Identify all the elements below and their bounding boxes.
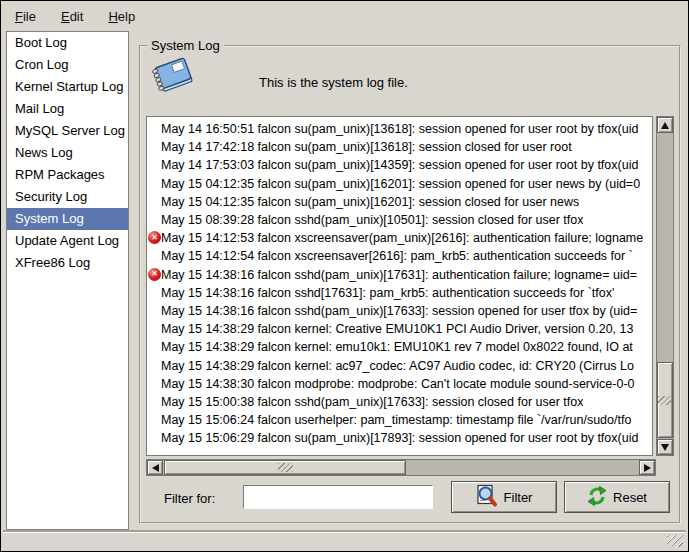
log-line: May 15 14:38:29 falcon kernel: Creative … xyxy=(147,320,652,338)
sidebar-item-security-log[interactable]: Security Log xyxy=(7,186,128,208)
sidebar-item-kernel-startup-log[interactable]: Kernel Startup Log xyxy=(7,76,128,98)
thumb-grip xyxy=(658,396,672,405)
filter-label: Filter for: xyxy=(164,491,215,506)
log-line: May 15 04:12:35 falcon su(pam_unix)[1620… xyxy=(147,193,652,211)
log-line: May 15 08:39:28 falcon sshd(pam_unix)[10… xyxy=(147,211,652,229)
log-line-text: May 15 14:38:29 falcon kernel: ac97_code… xyxy=(161,359,634,373)
log-line: ✕May 15 14:38:16 falcon sshd(pam_unix)[1… xyxy=(147,266,652,284)
vertical-scroll-thumb[interactable] xyxy=(657,362,673,438)
log-line: May 15 14:38:29 falcon kernel: emu10k1: … xyxy=(147,338,652,356)
log-line-text: May 15 08:39:28 falcon sshd(pam_unix)[10… xyxy=(161,213,583,227)
arrow-right-icon xyxy=(644,464,651,472)
scroll-right-button[interactable] xyxy=(639,460,655,475)
vertical-scrollbar[interactable] xyxy=(656,116,674,456)
log-text-view[interactable]: May 14 16:50:51 falcon su(pam_unix)[1361… xyxy=(146,116,653,456)
log-viewer-window: FileEditHelp Boot LogCron LogKernel Star… xyxy=(0,0,689,552)
log-line: May 14 17:42:18 falcon su(pam_unix)[1361… xyxy=(147,138,652,156)
scroll-down-button[interactable] xyxy=(657,439,673,455)
log-line: May 15 14:38:29 falcon kernel: ac97_code… xyxy=(147,356,652,374)
log-line: May 15 15:06:24 falcon userhelper: pam_t… xyxy=(147,411,652,429)
log-line: May 15 14:12:54 falcon xscreensaver[2616… xyxy=(147,247,652,265)
error-icon: ✕ xyxy=(148,268,161,281)
log-line-text: May 15 15:06:24 falcon userhelper: pam_t… xyxy=(161,413,631,427)
log-line-text: May 15 15:06:29 falcon su(pam_unix)[1789… xyxy=(161,431,638,445)
log-line: ✕May 15 14:12:53 falcon xscreensaver(pam… xyxy=(147,229,652,247)
groupbox-title: System Log xyxy=(147,38,224,53)
log-rows: May 14 16:50:51 falcon su(pam_unix)[1361… xyxy=(147,117,652,447)
arrow-left-icon xyxy=(152,464,159,472)
scroll-up-button[interactable] xyxy=(657,117,673,133)
sidebar-item-rpm-packages[interactable]: RPM Packages xyxy=(7,164,128,186)
log-line: May 15 14:38:16 falcon sshd[17631]: pam_… xyxy=(147,284,652,302)
refresh-arrows-icon xyxy=(587,486,607,509)
log-line-text: May 14 17:53:03 falcon su(pam_unix)[1435… xyxy=(161,158,638,172)
log-line-text: May 15 14:12:53 falcon xscreensaver(pam_… xyxy=(161,231,643,245)
log-line-text: May 15 14:38:16 falcon sshd(pam_unix)[17… xyxy=(161,304,637,318)
horizontal-scrollbar[interactable] xyxy=(146,459,656,476)
filter-button-label: Filter xyxy=(504,490,533,505)
log-line: May 15 15:06:29 falcon su(pam_unix)[1789… xyxy=(147,429,652,447)
log-line-text: May 15 14:38:16 falcon sshd(pam_unix)[17… xyxy=(161,268,637,282)
menu-edit[interactable]: Edit xyxy=(58,7,86,26)
log-description: This is the system log file. xyxy=(259,75,408,90)
sidebar-item-boot-log[interactable]: Boot Log xyxy=(7,32,128,54)
log-line: May 14 16:50:51 falcon su(pam_unix)[1361… xyxy=(147,120,652,138)
log-line-text: May 15 14:38:29 falcon kernel: emu10k1: … xyxy=(161,340,633,354)
filter-button[interactable]: Filter xyxy=(451,481,557,513)
log-line: May 14 17:53:03 falcon su(pam_unix)[1435… xyxy=(147,156,652,174)
log-line-text: May 15 14:38:16 falcon sshd[17631]: pam_… xyxy=(161,286,614,300)
sidebar-item-update-agent-log[interactable]: Update Agent Log xyxy=(7,230,128,252)
log-list-sidebar[interactable]: Boot LogCron LogKernel Startup LogMail L… xyxy=(6,31,129,530)
log-line-text: May 14 16:50:51 falcon su(pam_unix)[1361… xyxy=(161,122,638,136)
log-line-text: May 15 14:12:54 falcon xscreensaver[2616… xyxy=(161,249,633,263)
resize-grip[interactable] xyxy=(667,535,683,547)
log-line-text: May 15 14:38:29 falcon kernel: Creative … xyxy=(161,322,633,336)
status-bar xyxy=(3,532,686,549)
log-line: May 15 04:12:35 falcon su(pam_unix)[1620… xyxy=(147,175,652,193)
menu-file[interactable]: File xyxy=(12,7,39,26)
error-icon: ✕ xyxy=(148,231,161,244)
sidebar-item-cron-log[interactable]: Cron Log xyxy=(7,54,128,76)
log-line-text: May 15 14:38:30 falcon modprobe: modprob… xyxy=(161,377,635,391)
sidebar-item-news-log[interactable]: News Log xyxy=(7,142,128,164)
logbook-icon xyxy=(148,55,196,105)
sidebar-item-xfree86-log[interactable]: XFree86 Log xyxy=(7,252,128,274)
log-line: May 15 14:38:30 falcon modprobe: modprob… xyxy=(147,375,652,393)
scroll-left-button[interactable] xyxy=(147,460,163,475)
log-line: May 15 15:00:38 falcon sshd(pam_unix)[17… xyxy=(147,393,652,411)
thumb-grip xyxy=(278,463,293,472)
sidebar-item-system-log[interactable]: System Log xyxy=(7,208,128,230)
log-line-text: May 15 04:12:35 falcon su(pam_unix)[1620… xyxy=(161,177,640,191)
menu-help[interactable]: Help xyxy=(105,7,138,26)
log-line: May 15 14:38:16 falcon sshd(pam_unix)[17… xyxy=(147,302,652,320)
horizontal-scroll-thumb[interactable] xyxy=(164,460,406,475)
search-magnifier-icon xyxy=(476,484,498,511)
arrow-down-icon xyxy=(661,444,669,451)
arrow-up-icon xyxy=(661,122,669,129)
menubar: FileEditHelp xyxy=(3,3,686,29)
sidebar-item-mysql-server-log[interactable]: MySQL Server Log xyxy=(7,120,128,142)
filter-input[interactable] xyxy=(243,485,433,509)
reset-button-label: Reset xyxy=(613,490,647,505)
log-line-text: May 15 15:00:38 falcon sshd(pam_unix)[17… xyxy=(161,395,583,409)
sidebar-item-mail-log[interactable]: Mail Log xyxy=(7,98,128,120)
log-line-text: May 14 17:42:18 falcon su(pam_unix)[1361… xyxy=(161,140,572,154)
log-line-text: May 15 04:12:35 falcon su(pam_unix)[1620… xyxy=(161,195,579,209)
reset-button[interactable]: Reset xyxy=(564,481,670,513)
